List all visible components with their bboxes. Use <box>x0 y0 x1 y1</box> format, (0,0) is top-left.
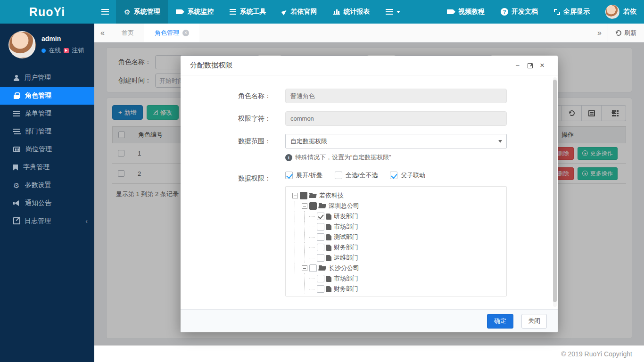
tree-connector <box>295 201 300 211</box>
tree-node-label[interactable]: 财务部门 <box>334 285 358 293</box>
tab-home[interactable]: 首页 <box>111 24 144 42</box>
file-icon <box>326 255 331 261</box>
question-circle-icon <box>501 8 508 16</box>
tree-node-label[interactable]: 研发部门 <box>334 212 358 221</box>
nav-item-video-tutorial[interactable]: 视频教程 <box>439 0 493 24</box>
tree-node-label[interactable]: 若依科技 <box>319 191 344 200</box>
list-icon <box>230 11 236 12</box>
tree-node-label[interactable]: 市场部门 <box>334 274 358 283</box>
tree-connector <box>304 211 309 222</box>
avatar[interactable] <box>8 31 36 58</box>
scrollbar-thumb[interactable] <box>553 80 557 302</box>
data-scope-select[interactable]: 自定数据权限 <box>285 134 507 148</box>
sidebar-item-user-manage[interactable]: 用户管理 <box>0 69 94 87</box>
tree-node[interactable]: 若依科技 <box>290 190 502 201</box>
nav-item-official-site[interactable]: 若依官网 <box>274 0 325 24</box>
nav-item-dev-docs[interactable]: 开发文档 <box>493 0 546 24</box>
tree-node-label[interactable]: 测试部门 <box>334 233 358 241</box>
tree-node[interactable]: 运维部门 <box>290 253 502 263</box>
option-expand-collapse[interactable]: 展开/折叠 <box>285 171 322 180</box>
minimize-button[interactable]: − <box>512 61 524 69</box>
tree-collapse-toggle[interactable] <box>302 265 307 271</box>
online-status-label: 在线 <box>49 46 61 55</box>
file-icon <box>326 224 331 230</box>
tree-checkbox-unchecked[interactable] <box>317 223 324 230</box>
tree-checkbox-unchecked[interactable] <box>317 233 324 241</box>
chevron-down-icon <box>498 140 502 143</box>
tree-node[interactable]: 市场部门 <box>290 273 502 284</box>
sign-out-icon <box>64 48 69 53</box>
confirm-button[interactable]: 确定 <box>487 314 513 329</box>
tree-node[interactable]: 研发部门 <box>290 211 502 222</box>
modal-scrollbar[interactable] <box>553 77 557 307</box>
nav-item-system-manage[interactable]: ⚙ 系统管理 <box>116 0 168 24</box>
sidebar-item-post-manage[interactable]: 岗位管理 <box>0 140 94 158</box>
tab-close-icon[interactable]: × <box>182 30 189 36</box>
sidebar-item-dict-manage[interactable]: 字典管理 <box>0 158 94 176</box>
tree-collapse-toggle[interactable] <box>302 203 307 209</box>
tree-node[interactable]: 市场部门 <box>290 222 502 232</box>
tree-checkbox-unchecked[interactable] <box>317 285 324 293</box>
nav-item-label: 全屏显示 <box>563 8 590 16</box>
avatar <box>605 5 619 19</box>
tree-node-label[interactable]: 长沙分公司 <box>329 264 359 272</box>
sidebar-item-role-manage[interactable]: 角色管理 <box>0 87 94 105</box>
sidebar-item-menu-manage[interactable]: 菜单管理 <box>0 105 94 123</box>
modal-header: 分配数据权限 − × <box>181 56 558 75</box>
nav-item-system-monitor[interactable]: 系统监控 <box>168 0 222 24</box>
sidebar-item-dept-manage[interactable]: 部门管理 <box>0 123 94 140</box>
sidebar-item-param-settings[interactable]: ⚙ 参数设置 <box>0 176 94 194</box>
nav-more-menu-button[interactable] <box>378 0 408 24</box>
tree-checkbox-partial[interactable] <box>300 192 307 199</box>
tab-role-manage[interactable]: 角色管理 × <box>144 24 199 42</box>
maximize-button[interactable] <box>524 61 536 69</box>
navbar-user-menu[interactable]: 若依 <box>598 0 644 24</box>
megaphone-icon <box>13 200 20 206</box>
sidebar-item-label: 岗位管理 <box>25 145 52 154</box>
tree-node[interactable]: 测试部门 <box>290 232 502 242</box>
tree-checkbox-unchecked[interactable] <box>317 254 324 262</box>
tree-node-label[interactable]: 深圳总公司 <box>329 202 359 210</box>
tree-checkbox-unchecked[interactable] <box>317 244 324 251</box>
tree-collapse-toggle[interactable] <box>292 193 298 198</box>
option-label: 全选/全不选 <box>346 171 378 180</box>
tree-checkbox-unchecked[interactable] <box>309 264 317 272</box>
tabs-scroll-right-button[interactable]: » <box>591 24 608 42</box>
tree-checkbox-partial[interactable] <box>309 202 317 210</box>
checkbox-checked[interactable] <box>390 172 397 179</box>
tree-checkbox-checked[interactable] <box>317 213 324 220</box>
sidebar-toggle-button[interactable] <box>94 0 116 24</box>
nav-item-report[interactable]: 统计报表 <box>325 0 378 24</box>
close-modal-button[interactable]: 关闭 <box>521 314 547 329</box>
tree-node[interactable]: 长沙分公司 <box>290 263 502 273</box>
file-icon <box>326 214 331 220</box>
modal-footer: 确定 关闭 <box>181 309 558 332</box>
user-icon <box>13 75 19 81</box>
option-parent-child-link[interactable]: 父子联动 <box>390 171 425 180</box>
tree-connector <box>304 273 309 284</box>
nav-item-fullscreen[interactable]: 全屏显示 <box>546 0 598 24</box>
modal-role-key-input <box>285 111 507 126</box>
nav-item-system-tools[interactable]: 系统工具 <box>222 0 274 24</box>
logout-link[interactable]: 注销 <box>72 46 84 55</box>
tree-node-label[interactable]: 运维部门 <box>334 254 358 262</box>
close-button[interactable]: × <box>536 61 548 70</box>
nav-item-label: 系统监控 <box>187 8 214 16</box>
page-footer: © 2019 RuoYi Copyright <box>94 346 644 362</box>
checkbox-unchecked[interactable] <box>335 172 342 179</box>
sidebar-item-log-manage[interactable]: 日志管理 ‹ <box>0 212 94 230</box>
info-icon <box>285 154 292 161</box>
tree-node[interactable]: 财务部门 <box>290 242 502 253</box>
option-select-all[interactable]: 全选/全不选 <box>335 171 378 180</box>
tree-node[interactable]: 财务部门 <box>290 284 502 294</box>
sidebar-item-notice[interactable]: 通知公告 <box>0 194 94 212</box>
checkbox-checked[interactable] <box>285 172 293 179</box>
tree-node-label[interactable]: 财务部门 <box>334 243 358 252</box>
tree-node-label[interactable]: 市场部门 <box>334 222 358 231</box>
tree-checkbox-unchecked[interactable] <box>317 275 324 282</box>
sidebar-item-label: 部门管理 <box>25 127 51 136</box>
tree-node[interactable]: 深圳总公司 <box>290 201 502 211</box>
brand-logo[interactable]: RuoYi <box>0 0 94 24</box>
tabs-scroll-left-button[interactable]: « <box>94 24 111 42</box>
tab-refresh-button[interactable]: 刷新 <box>608 24 644 42</box>
